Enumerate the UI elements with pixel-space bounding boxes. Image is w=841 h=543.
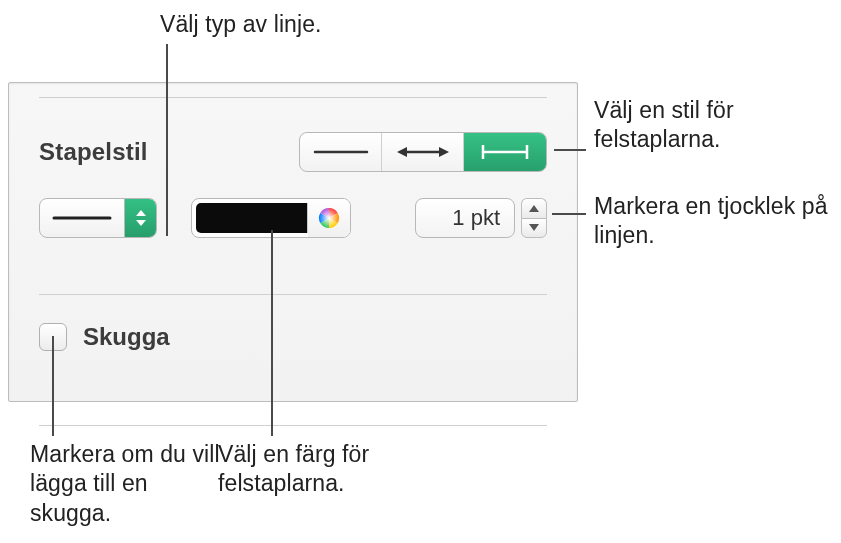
callout-errorbar-style: Välj en stil för felstaplarna.: [594, 96, 824, 155]
color-wheel-icon: [308, 199, 350, 237]
divider: [39, 294, 547, 295]
svg-marker-12: [529, 224, 539, 231]
line-thickness-field[interactable]: 1 pkt: [415, 198, 515, 238]
color-swatch: [196, 203, 308, 233]
svg-point-10: [319, 208, 339, 228]
divider: [39, 97, 547, 98]
line-type-popup[interactable]: [39, 198, 157, 238]
shadow-label[interactable]: Skugga: [83, 323, 170, 351]
leader-line: [166, 44, 168, 236]
errorbar-style-arrow[interactable]: [382, 133, 464, 171]
errorbar-style-cap[interactable]: [464, 133, 546, 171]
divider: [39, 425, 547, 426]
callout-shadow: Markera om du vill lägga till en skugga.: [30, 440, 220, 528]
line-type-preview: [40, 209, 124, 227]
svg-marker-3: [439, 147, 449, 157]
stepper-down-button[interactable]: [521, 218, 547, 239]
svg-marker-11: [529, 205, 539, 212]
leader-line: [271, 230, 273, 436]
popup-arrows-icon: [124, 199, 156, 237]
leader-line: [554, 149, 586, 151]
svg-marker-8: [136, 210, 146, 216]
style-panel: Stapelstil: [8, 82, 578, 402]
leader-line: [52, 336, 54, 436]
svg-marker-9: [136, 220, 146, 226]
line-thickness-stepper[interactable]: [521, 198, 547, 238]
callout-linetype: Välj typ av linje.: [160, 10, 322, 39]
leader-line: [552, 213, 586, 215]
line-thickness-value: 1 pkt: [452, 205, 500, 231]
callout-color: Välj en färg för felstaplarna.: [218, 440, 418, 499]
section-label-stapelstil: Stapelstil: [39, 138, 148, 166]
callout-thickness: Markera en tjocklek på linjen.: [594, 192, 834, 251]
errorbar-style-line[interactable]: [300, 133, 382, 171]
errorbar-style-segmented[interactable]: [299, 132, 547, 172]
svg-marker-2: [397, 147, 407, 157]
stepper-up-button[interactable]: [521, 198, 547, 218]
